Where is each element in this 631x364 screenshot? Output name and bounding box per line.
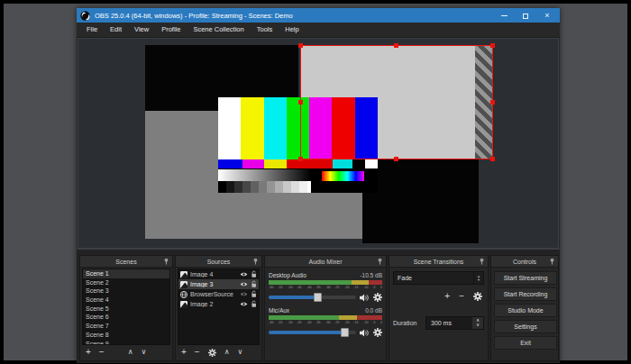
fader-handle[interactable] — [314, 293, 322, 302]
exit-button[interactable]: Exit — [494, 336, 557, 350]
scene-list-item[interactable]: Scene 2 — [83, 278, 169, 287]
start-recording-button[interactable]: Start Recording — [494, 287, 557, 301]
source-properties-gear-icon[interactable] — [208, 349, 216, 357]
channel-level-db: -10.5 dB — [360, 272, 382, 278]
color-bars-bottom — [218, 169, 378, 194]
grayscale-steps — [218, 181, 316, 193]
minimize-button[interactable] — [498, 8, 509, 23]
selection-handle-bottom-left[interactable] — [298, 157, 303, 161]
selection-handle-top-middle[interactable] — [394, 43, 398, 48]
selection-handle-top-right[interactable] — [490, 43, 495, 48]
selection-handle-top-left[interactable] — [298, 43, 303, 48]
obs-window: OBS 25.0.4 (64-bit, windows) - Profile: … — [77, 8, 560, 363]
remove-scene-button[interactable]: − — [99, 347, 105, 358]
lock-icon[interactable] — [251, 270, 257, 278]
close-button[interactable]: × — [542, 8, 553, 23]
remove-transition-button[interactable]: − — [459, 291, 464, 302]
pin-icon[interactable] — [479, 258, 485, 266]
move-source-up-button[interactable]: ∧ — [224, 347, 230, 358]
duration-spinbox[interactable]: 300 ms ∧∨ — [425, 316, 484, 330]
speaker-icon[interactable] — [360, 329, 370, 337]
pin-icon[interactable] — [549, 258, 555, 266]
gray-step — [291, 181, 299, 193]
remove-source-button[interactable]: − — [195, 347, 200, 358]
add-transition-button[interactable]: + — [444, 291, 450, 302]
source-name: Image 2 — [190, 301, 237, 307]
mixer-channel-desktop-audio: Desktop Audio -10.5 dB -60-55-50-45-40-3… — [269, 272, 382, 302]
move-scene-down-button[interactable]: ∨ — [142, 347, 147, 358]
scene-list-item[interactable]: Scene 1 — [83, 269, 169, 278]
channel-settings-gear-icon[interactable] — [373, 293, 382, 302]
gray-step — [259, 181, 267, 193]
pin-icon[interactable] — [163, 258, 169, 266]
menu-scene-collection[interactable]: Scene Collection — [187, 23, 250, 37]
image-source-icon — [180, 271, 187, 278]
visibility-eye-icon[interactable] — [240, 301, 248, 307]
channel-level-db: 0.0 dB — [365, 307, 382, 314]
maximize-button[interactable] — [520, 8, 531, 23]
fader-handle[interactable] — [341, 328, 349, 337]
meter-tick-label: -25 — [335, 320, 340, 324]
meter-tick-label: -50 — [288, 320, 292, 324]
start-streaming-button[interactable]: Start Streaming — [494, 271, 557, 285]
source-list-item[interactable]: Image 3 — [178, 279, 259, 289]
channel-settings-gear-icon[interactable] — [373, 328, 382, 337]
move-scene-up-button[interactable]: ∧ — [128, 347, 133, 358]
visibility-eye-icon[interactable] — [240, 281, 248, 287]
transition-properties-gear-icon[interactable] — [473, 292, 482, 301]
menu-help[interactable]: Help — [279, 23, 305, 37]
menu-profile[interactable]: Profile — [155, 23, 187, 37]
lock-icon[interactable] — [251, 300, 257, 308]
source-list-item[interactable]: Image 4 — [178, 269, 259, 279]
source-list-item[interactable]: Image 2 — [178, 299, 259, 309]
duration-label: Duration — [393, 320, 425, 326]
scene-list-item[interactable]: Scene 7 — [83, 322, 169, 331]
menu-view[interactable]: View — [128, 23, 155, 37]
meter-tick-label: -60 — [269, 285, 273, 289]
scene-list-item[interactable]: Scene 3 — [83, 287, 169, 296]
gray-step — [251, 181, 259, 193]
menu-tools[interactable]: Tools — [251, 23, 279, 37]
scenes-list: Scene 1 Scene 2 Scene 3 Scene 4 Scene 5 … — [82, 268, 170, 345]
transition-select-spinner[interactable]: ▲▼ — [473, 272, 483, 284]
scene-list-item[interactable]: Scene 5 — [83, 305, 169, 314]
meter-tick-label: -40 — [306, 320, 311, 324]
volume-fader[interactable] — [269, 331, 356, 334]
selection-handle-bottom-middle[interactable] — [394, 157, 398, 161]
transition-select[interactable]: Fade ▲▼ — [393, 271, 484, 285]
source-list-item[interactable]: BrowserSource — [178, 289, 259, 299]
pin-icon[interactable] — [252, 258, 259, 266]
scene-list-item[interactable]: Scene 9 — [83, 340, 169, 346]
meter-tick-label: -15 — [354, 320, 359, 324]
pin-icon[interactable] — [377, 258, 383, 266]
selection-handle-middle-left[interactable] — [298, 100, 303, 105]
gray-step — [283, 181, 291, 193]
add-scene-button[interactable]: + — [86, 347, 91, 358]
menu-edit[interactable]: Edit — [104, 23, 128, 37]
lock-icon[interactable] — [251, 280, 257, 288]
sources-header: Sources — [176, 256, 261, 268]
volume-fader[interactable] — [269, 296, 356, 299]
move-source-down-button[interactable]: ∨ — [238, 347, 243, 358]
settings-button[interactable]: Settings — [494, 320, 557, 333]
menu-file[interactable]: File — [80, 23, 104, 37]
lock-icon[interactable] — [251, 290, 257, 298]
studio-mode-button[interactable]: Studio Mode — [494, 304, 557, 317]
selection-bounding-box — [300, 45, 493, 159]
scene-list-item[interactable]: Scene 4 — [83, 296, 169, 305]
scene-transitions-title: Scene Transitions — [414, 259, 464, 265]
scenes-panel: Scenes Scene 1 Scene 2 Scene 3 Scene 4 S… — [79, 255, 173, 361]
speaker-icon[interactable] — [360, 294, 370, 302]
titlebar[interactable]: OBS 25.0.4 (64-bit, windows) - Profile: … — [77, 8, 560, 23]
selection-handle-middle-right[interactable] — [490, 100, 495, 105]
scene-list-item[interactable]: Scene 8 — [83, 331, 169, 340]
gray-step — [242, 181, 251, 193]
duration-spin-buttons[interactable]: ∧∨ — [472, 317, 483, 329]
color-bar — [218, 97, 241, 159]
visibility-eye-icon[interactable] — [240, 271, 248, 278]
screenshot-frame: OBS 25.0.4 (64-bit, windows) - Profile: … — [0, 0, 631, 364]
scene-list-item[interactable]: Scene 6 — [83, 313, 169, 322]
visibility-eye-icon[interactable] — [240, 291, 248, 297]
add-source-button[interactable]: + — [181, 347, 187, 358]
selection-handle-bottom-right[interactable] — [490, 157, 495, 161]
